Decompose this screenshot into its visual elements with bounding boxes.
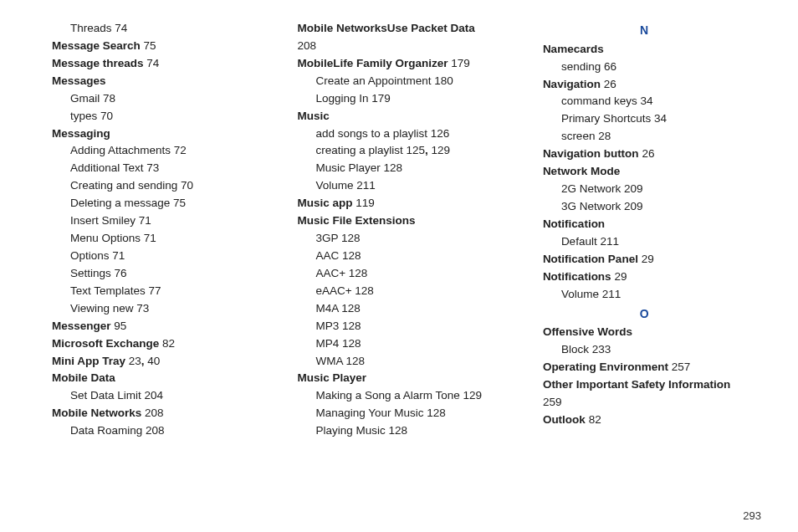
index-entry: Music Player 128	[279, 160, 507, 177]
index-entry: 208	[279, 38, 507, 55]
index-entry: Namecards	[524, 41, 765, 59]
index-entry-term: Mobile NetworksUse Packet Data	[297, 22, 474, 34]
index-entry-term: Mobile Networks	[52, 407, 145, 419]
index-entry-page: Managing Your Music	[315, 407, 427, 419]
index-entry-page: Adding Attachments	[70, 144, 174, 156]
index-entry-term: Notification	[543, 217, 605, 230]
index-entry-term: Other Important Safety Information	[543, 378, 730, 391]
index-entry-page: 3GP	[315, 232, 341, 244]
index-entry: 2G Network 209	[524, 181, 765, 198]
index-entry-page: 179	[371, 92, 391, 105]
index-entry-term: Namecards	[543, 43, 604, 55]
index-entry-page: 3G Network	[561, 200, 624, 212]
index-entry-page: 66	[604, 60, 616, 73]
index-entry-page: 257	[672, 361, 691, 373]
index-entry-page: sending	[561, 60, 604, 73]
index-entry: Notification	[524, 216, 765, 233]
index-entry-page: 128	[388, 424, 407, 437]
index-entry-page: 75	[173, 197, 186, 209]
index-entry-page: eAAC+	[315, 284, 355, 297]
index-entry: command keys 34	[524, 93, 765, 110]
index-entry-page: types	[70, 110, 100, 122]
index-entry-term: Outlook	[543, 413, 589, 426]
index-entry: Data Roaming 208	[33, 422, 262, 440]
index-entry: screen 28	[524, 128, 765, 146]
index-entry-page: 40	[147, 355, 160, 367]
page-number: 293	[743, 509, 761, 522]
index-entry-page: 77	[149, 284, 161, 297]
index-entry-page: Deleting a message	[70, 197, 173, 209]
index-entry-page: 211	[600, 235, 619, 248]
index-column-1: Threads 74Message Search 75Message threa…	[33, 20, 262, 440]
index-entry-term: Messaging	[52, 127, 110, 140]
index-entry-page: screen	[561, 130, 598, 142]
index-entry: Set Data Limit 204	[33, 387, 262, 405]
index-entry-page: 128	[342, 249, 361, 262]
index-entry-page: 128	[349, 267, 368, 279]
index-entry-page: Menu Options	[70, 232, 144, 244]
index-entry-page: 95	[114, 320, 126, 332]
index-entry: WMA 128	[279, 353, 507, 371]
index-entry-page: 29	[614, 270, 627, 283]
index-entry-page: 29	[642, 253, 654, 265]
index-entry: Mini App Tray 23, 40	[33, 353, 262, 371]
index-entry-term: Microsoft Exchange	[52, 337, 162, 350]
index-entry: Messaging	[33, 125, 262, 143]
index-entry-page: WMA	[315, 355, 345, 367]
index-entry-page: Text Templates	[70, 284, 149, 297]
index-entry: Volume 211	[279, 177, 507, 195]
index-entry: Viewing new 73	[33, 300, 262, 318]
index-entry-page: 128	[341, 302, 361, 315]
index-entry-page: Default	[561, 235, 601, 248]
index-entry: Messages	[33, 73, 262, 90]
index-entry: Threads 74	[33, 20, 262, 38]
index-entry: Text Templates 77	[33, 283, 262, 300]
index-entry-page: 23	[129, 355, 141, 367]
index-entry: MobileLife Family Organizer 179	[279, 55, 507, 73]
index-entry: Settings 76	[33, 265, 262, 283]
index-entry-page: MP3	[315, 320, 342, 332]
index-entry-page: Creating and sending	[70, 179, 181, 192]
index-entry-page: 70	[181, 179, 193, 192]
index-entry-term: Music	[297, 110, 329, 122]
index-entry: Additional Text 73	[33, 160, 262, 177]
index-entry-term: MobileLife Family Organizer	[297, 57, 451, 69]
index-entry-page: 208	[146, 424, 165, 437]
index-entry: Options 71	[33, 248, 262, 265]
index-entry-page: 129	[432, 144, 451, 156]
index-entry: Logging In 179	[279, 90, 507, 108]
index-column-3: NNamecardssending 66Navigation 26command…	[524, 20, 765, 440]
index-entry-page: Insert Smiley	[70, 214, 139, 227]
index-entry-page: 128	[341, 232, 361, 244]
index-entry-page: 125	[407, 144, 426, 156]
index-entry-term: Notifications	[543, 270, 615, 283]
index-column-2: Mobile NetworksUse Packet Data 208Mobile…	[279, 20, 507, 440]
index-entry-page: 74	[146, 57, 159, 69]
index-entry-page: AAC+	[315, 267, 348, 279]
index-entry-term: ,	[425, 144, 432, 156]
index-entry-page: 128	[355, 284, 374, 297]
index-entry-page: 259	[543, 396, 562, 408]
index-entry-page: Making a Song a Alarm Tone	[315, 389, 463, 402]
index-entry-page: 233	[592, 343, 611, 356]
index-entry-page: 119	[356, 197, 375, 209]
index-entry: Message Search 75	[33, 38, 262, 55]
index-columns: Threads 74Message Search 75Message threa…	[33, 20, 765, 440]
index-entry: 3G Network 209	[524, 198, 765, 216]
index-entry-page: Additional Text	[70, 161, 146, 174]
index-entry-term: Music Player	[297, 371, 366, 384]
index-entry: MP4 128	[279, 335, 507, 353]
index-entry-page: 70	[100, 110, 113, 122]
index-entry-page: 128	[345, 355, 365, 367]
index-entry: Navigation button 26	[524, 146, 765, 163]
index-entry-term: Offensive Words	[543, 325, 632, 338]
index-entry-page: 71	[139, 214, 151, 227]
index-entry-page: 34	[640, 95, 652, 107]
index-entry-page: 211	[602, 288, 622, 300]
index-entry: AAC 128	[279, 248, 507, 265]
index-entry-page: 71	[112, 249, 125, 262]
index-entry-page: 26	[604, 78, 616, 90]
index-entry: Microsoft Exchange 82	[33, 335, 262, 353]
index-entry: Menu Options 71	[33, 230, 262, 248]
index-entry: Default 211	[524, 233, 765, 251]
